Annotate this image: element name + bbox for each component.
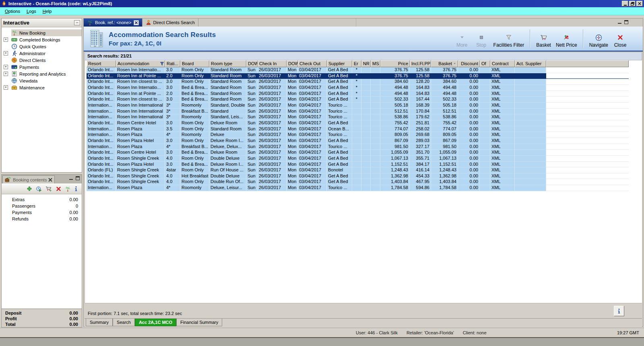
column-header-ms[interactable]: MS — [371, 60, 380, 67]
table-cell — [361, 97, 371, 103]
nett-price-button[interactable]: Nett Price — [556, 33, 577, 48]
table-row[interactable]: Internation...Rosen Plaza3.5Room OnlySta… — [87, 126, 642, 132]
close-button[interactable]: Close — [613, 33, 627, 48]
panel-controls — [618, 20, 628, 24]
navigate-button[interactable]: Navigate — [589, 33, 608, 48]
remove-button[interactable] — [56, 186, 61, 192]
quote-button[interactable] — [36, 186, 42, 192]
more-button[interactable]: More — [455, 33, 469, 48]
menu-options[interactable]: Options — [2, 8, 23, 14]
sidebar-item-quick-quotes[interactable]: Quick Quotes — [2, 43, 82, 50]
cartadd-button[interactable] — [45, 186, 52, 192]
restore-icon[interactable] — [629, 1, 636, 6]
sidebar-item-payments[interactable]: +Payments — [2, 64, 82, 70]
menu-help[interactable]: Help — [39, 8, 55, 14]
table-cell: Get A Bed — [327, 73, 352, 79]
column-header-board[interactable]: Board — [180, 60, 209, 67]
column-header-accommodation[interactable]: Accommodation — [116, 60, 165, 67]
table-row[interactable]: Orlando Int...Rosen Plaza Hotel3.0Bed & … — [87, 162, 642, 168]
column-header-basket[interactable]: Basket — [431, 60, 458, 67]
tab-direct-clients-search[interactable]: Direct Clients Search — [142, 19, 198, 27]
table-row[interactable]: Internation...Rosen Inn International3*B… — [87, 109, 642, 115]
add-button[interactable] — [27, 186, 32, 192]
column-header-nr[interactable]: NR — [361, 60, 371, 67]
column-header-supplier[interactable]: Supplier — [327, 60, 352, 67]
column-header-contract[interactable]: Contract — [490, 60, 515, 67]
stop-icon — [479, 33, 484, 41]
table-row[interactable]: Orlando Int...Rosen Shingle Creek4.0Room… — [87, 179, 642, 185]
close-icon[interactable] — [48, 178, 52, 182]
sidebar-item-administrator[interactable]: +Administrator — [2, 50, 82, 57]
table-row[interactable]: Orlando Int...Rosen Inn Internatio...3.0… — [87, 85, 642, 91]
column-header-check-out[interactable]: Check Out — [298, 60, 327, 67]
column-header-of[interactable]: Of — [480, 60, 490, 67]
table-row[interactable]: Orlando Int...Rosen Inn at Pointe ...2.0… — [87, 91, 642, 97]
table-row[interactable]: Internation...Rosen Plaza4*RoomonlyDelux… — [87, 132, 642, 138]
basket-button[interactable]: Basket — [536, 33, 551, 48]
info-button[interactable] — [74, 186, 78, 192]
column-header-check-in[interactable]: Check In — [258, 60, 287, 67]
sidebar-item-reporting-and-analytics[interactable]: +Reporting and Analytics — [2, 70, 82, 77]
info-button[interactable] — [614, 306, 624, 316]
collapse-panel-icon[interactable]: – — [74, 20, 80, 25]
filter-icon — [160, 62, 164, 67]
expand-toggle-icon[interactable]: + — [4, 85, 8, 90]
bottom-tab-acc-2a-1c-mco[interactable]: Acc 2A,1C MCO — [135, 319, 176, 326]
sidebar-item-completed-bookings[interactable]: +Completed Bookings — [2, 36, 82, 43]
table-cell: 03/04/2017 — [298, 132, 327, 138]
bottom-tab-summary[interactable]: Summary — [86, 319, 113, 326]
tab-book-ref-none[interactable]: Book. ref.: <none> — [84, 19, 142, 27]
table-row[interactable]: Orlando Int...Rosen Centre Hotel3.0Bed &… — [87, 150, 642, 156]
table-row[interactable]: Orlando Int...Rosen Inn at Pointe ...2.0… — [87, 73, 642, 79]
table-row[interactable]: Orlando Int...Rosen Inn closest to ...3.… — [87, 97, 642, 103]
table-row[interactable]: Orlando (FL)Rosen Shingle Creek4starRoom… — [87, 167, 642, 173]
table-cell: 03/04/2017 — [298, 167, 327, 173]
panel-minimize-icon[interactable] — [618, 21, 621, 24]
booking-contents-toolbar — [2, 183, 82, 194]
palm-button[interactable] — [65, 186, 71, 192]
table-row[interactable]: Orlando Int...Rosen Shingle Creek4.0Hot … — [87, 173, 642, 179]
close-icon[interactable] — [636, 1, 643, 6]
table-row[interactable]: Orlando Int...Rosen Inn closest to ...3.… — [87, 79, 642, 85]
column-header-dow[interactable]: DOW — [287, 60, 298, 67]
sidebar-item-maintenance[interactable]: +Maintenance — [2, 84, 82, 91]
column-header-er[interactable]: Er — [352, 60, 361, 67]
panel-minimize-icon[interactable] — [69, 177, 73, 180]
table-row[interactable]: Internation...Rosen Plaza4*RoomonlyDelux… — [87, 185, 642, 191]
close-tab-icon[interactable] — [134, 20, 139, 25]
table-row[interactable]: Internation...Rosen Inn International3*R… — [87, 103, 642, 109]
sidebar-item-new-booking[interactable]: New Booking — [2, 29, 82, 36]
column-header-room-type[interactable]: Room type — [209, 60, 246, 67]
expand-toggle-icon[interactable]: + — [4, 37, 8, 42]
table-row[interactable]: Orlando Int...Rosen Plaza Hotel3.0Room O… — [87, 138, 642, 144]
stop-button[interactable]: Stop — [474, 33, 489, 48]
column-header-discount[interactable]: Discount — [458, 60, 480, 67]
bottom-tab-search[interactable]: Search — [113, 319, 135, 326]
expand-toggle-icon[interactable]: + — [4, 51, 8, 56]
bottom-tab-financial-summary[interactable]: Financial Summary — [176, 319, 222, 326]
table-cell-filler — [546, 167, 629, 173]
minimize-icon[interactable] — [622, 1, 628, 6]
table-row[interactable]: Internation...Rosen Plaza4*Breakfast B..… — [87, 144, 642, 150]
table-cell: 251.81 — [410, 120, 431, 126]
table-row[interactable]: Orlando Int...Rosen Shingle Creek4.0Room… — [87, 156, 642, 162]
menu-logs[interactable]: Logs — [23, 8, 39, 14]
tab-booking-contents[interactable]: Booking contents — [2, 175, 55, 183]
expand-toggle-icon[interactable]: + — [4, 65, 8, 69]
column-header-act-supplier[interactable]: Act. Supplier — [515, 60, 546, 67]
sidebar-item-viewdata[interactable]: Viewdata — [2, 77, 82, 84]
panel-maximize-icon[interactable] — [76, 176, 80, 180]
table-row[interactable]: Orlando Int...Rosen Inn Internatio...3.0… — [87, 67, 642, 73]
expand-toggle-icon[interactable]: + — [4, 72, 8, 76]
sidebar-item-direct-clients[interactable]: Direct Clients — [2, 57, 82, 64]
table-row[interactable]: Orlando Int...Rosen Centre Hotel3.0Room … — [87, 120, 642, 126]
column-header-incl-fl-pp[interactable]: Incl.Fl.PP — [410, 60, 431, 67]
column-header-resort[interactable]: Resort — [87, 60, 116, 67]
facilities-filter-button[interactable]: Facilities Filter — [493, 33, 524, 48]
panel-maximize-icon[interactable] — [624, 20, 628, 24]
column-header-price[interactable]: Price — [380, 60, 410, 67]
column-header-dow[interactable]: DOW — [246, 60, 258, 67]
table-cell: Mon — [287, 138, 298, 144]
column-header-rati[interactable]: Rati... — [165, 60, 180, 67]
table-row[interactable]: Internation...Rosen Inn International3*R… — [87, 114, 642, 120]
